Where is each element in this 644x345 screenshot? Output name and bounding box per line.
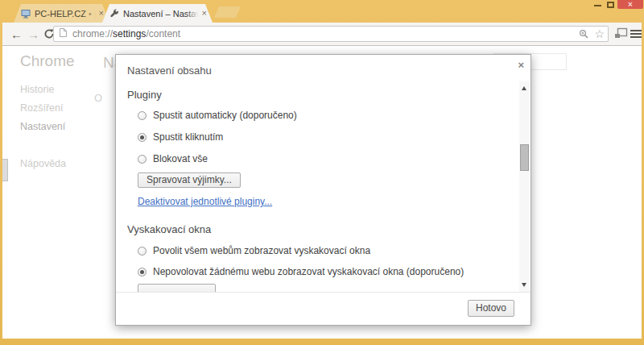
url-text: chrome://settings/content [72,28,180,39]
scroll-down-icon[interactable] [522,283,526,287]
tab-pchelp[interactable]: PC-HELP.CZ • počítačové × [14,4,109,23]
radio-icon[interactable] [138,111,147,120]
radio-selected-icon[interactable] [138,133,147,142]
disable-plugins-link[interactable]: Deaktivovat jednotlivé pluginy... [138,196,272,207]
zoom-page-icon[interactable] [579,29,589,39]
wrench-favicon-icon [109,9,119,19]
radio-click-to-play[interactable]: Spustit kliknutím [127,131,518,143]
page-icon [59,27,68,41]
url-path: /content [146,28,180,39]
url-scheme: chrome:// [72,28,113,39]
address-bar[interactable]: chrome://settings/content ☆ [53,26,609,42]
section-heading-popups: Vyskakovací okna [127,223,518,235]
browser-window: PC-HELP.CZ • počítačové × Nastavení – Na… [0,0,644,345]
dialog-scrollbar[interactable] [519,81,530,292]
radio-block-popups[interactable]: Nepovolovat žádnému webu zobrazovat vysk… [127,265,518,278]
radio-allow-popups[interactable]: Povolit všem webům zobrazovat vyskakovac… [127,244,518,257]
new-tab-button[interactable] [214,6,241,18]
window-edge-artifact [2,159,8,181]
tab-title: Nastavení – Nastavení obs [123,9,199,19]
bookmark-star-icon[interactable]: ☆ [594,28,605,39]
maximize-button[interactable] [607,2,614,8]
radio-run-automatically[interactable]: Spustit automaticky (doporučeno) [127,109,518,122]
dialog-close-icon[interactable]: × [518,60,524,70]
close-window-button[interactable]: × [617,0,643,9]
manage-exceptions-button[interactable]: Spravovat výjimky... [138,172,241,188]
tab-close-icon[interactable]: × [99,9,104,18]
radio-icon[interactable] [138,247,147,256]
radio-icon[interactable] [138,155,147,164]
tab-close-icon[interactable]: × [202,9,207,18]
dialog-footer: Hotovo [116,292,530,325]
extension-icon[interactable] [614,27,628,43]
minimize-button[interactable] [594,5,601,6]
menu-hamburger-icon[interactable] [630,30,642,39]
manage-exceptions-popups-button-clipped[interactable] [138,284,216,292]
section-heading-plugins: Pluginy [127,89,518,101]
browser-toolbar: ← → chrome://settings/content ☆ [2,23,642,46]
scrollbar-thumb[interactable] [520,144,529,171]
tab-title: PC-HELP.CZ • počítačové [35,9,96,19]
url-host: settings [113,28,146,39]
page-content: Chrome Historie Rozšíření Nastavení Nápo… [2,46,642,339]
done-button[interactable]: Hotovo [468,300,514,317]
tab-settings[interactable]: Nastavení – Nastavení obs × [102,4,213,23]
radio-selected-icon[interactable] [138,268,147,276]
dialog-title: Nastavení obsahu [127,64,212,77]
monitor-favicon-icon [21,9,31,19]
forward-button[interactable]: → [27,28,39,40]
content-settings-dialog: Nastavení obsahu × Pluginy Spustit autom… [115,54,531,326]
scroll-up-icon[interactable] [522,86,526,90]
back-button[interactable]: ← [10,28,23,40]
tab-strip: PC-HELP.CZ • počítačové × Nastavení – Na… [0,0,644,23]
radio-block-all[interactable]: Blokovat vše [127,152,518,165]
dialog-scroll-area: Pluginy Spustit automaticky (doporučeno)… [116,81,518,292]
